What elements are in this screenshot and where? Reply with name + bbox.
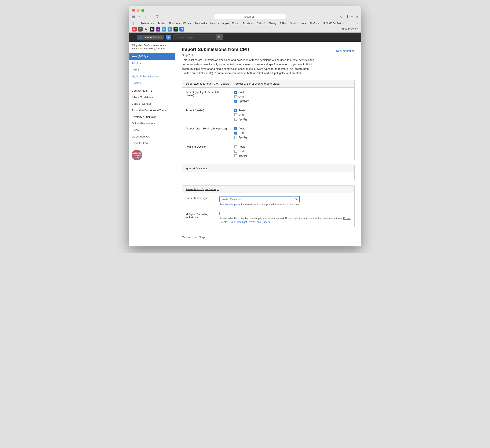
sidebar-item-conduct[interactable]: Code of Conduct [129, 101, 175, 107]
checkbox-item: Spotlight [234, 99, 249, 103]
decision-name-oral: Accept (oral - 10min talk + poster) [185, 127, 228, 130]
toolbar-icloud[interactable]: iCloud [232, 22, 239, 25]
sidebar-item-contact[interactable]: Contact NeurIPS [129, 87, 175, 94]
toolbar-gmail[interactable]: Gmail [290, 22, 297, 25]
sidebar-item-press[interactable]: Press [129, 127, 175, 133]
spotlight-checkbox-awaiting[interactable] [234, 154, 237, 157]
sidebar-year-button[interactable]: Year (2022) ▾ [129, 53, 175, 60]
search-input[interactable] [174, 34, 216, 40]
refresh-icon[interactable]: ↻ [340, 15, 342, 18]
favicon-notion1[interactable]: N [144, 27, 149, 32]
tabs-icon[interactable]: ⧉ [356, 15, 358, 19]
oral-checkbox-spotlight[interactable] [234, 95, 237, 98]
sidebar-item-my-stuff[interactable]: My Stuff/Registrations [129, 73, 175, 80]
presentation-style-body: Presentation Style: Poster Sessions Pape… [182, 193, 354, 227]
toolbar-espn[interactable]: ESPN [280, 22, 287, 25]
favicon-blue2[interactable]: ➤ [167, 27, 172, 32]
favicon-blue-arrow[interactable]: ➤ [162, 27, 166, 32]
chevron-down-icon: ▾ [305, 23, 306, 25]
sidebar-item-proceedings[interactable]: Online Proceedings [129, 120, 175, 127]
home-icon[interactable]: ⌂ [132, 35, 134, 39]
sidebar-item-exhibitor[interactable]: Exhibitor Info [129, 140, 175, 146]
select-events-section: Select Events for each CMT Decision — Se… [182, 80, 355, 160]
sidebar-item-video[interactable]: Video Archives [129, 133, 175, 140]
sidebar-item-admin[interactable]: Admin ▾ [129, 60, 175, 67]
toolbar-news[interactable]: News ▾ [210, 22, 219, 25]
favicon-purple[interactable]: ● [156, 27, 160, 32]
decision-name-poster: Accept (poster) [185, 109, 228, 112]
spotlight-label: Spotlight [238, 154, 249, 157]
favicon-notion2[interactable]: N [150, 27, 154, 32]
sidebar-item-diversity[interactable]: Diversity & Inclusion [129, 114, 175, 120]
sidebar: Thirty-sixth Conference on Neural Inform… [129, 42, 175, 246]
chevron-down-icon: ▾ [190, 23, 191, 25]
toolbar-finance[interactable]: Finance ▾ [169, 22, 180, 25]
decision-row-awaiting: Awaiting Decision Poster Oral [182, 142, 354, 160]
poster-checkbox-poster[interactable] [234, 109, 237, 112]
decision-row-poster: Accept (poster) Poster Oral [182, 106, 354, 124]
toolbar-work[interactable]: Work ▾ [183, 22, 191, 25]
sidebar-toggle-icon[interactable]: ⊞ [132, 15, 135, 19]
sidebar-item-profile[interactable]: Profile ▾ [129, 80, 175, 86]
toolbar-apple[interactable]: Apple [222, 22, 229, 25]
toolbar-firefox[interactable]: Firefox ▾ [309, 22, 319, 25]
toolbar-reference[interactable]: Reference ▾ [140, 22, 154, 25]
toolbar-facebook[interactable]: Facebook [243, 22, 254, 25]
spotlight-label: Spotlight [238, 118, 249, 121]
main-content: Import Submissions from CMT Documentatio… [175, 42, 361, 246]
wiki-link[interactable]: this wiki page [225, 203, 240, 206]
address-bar[interactable]: localhost [214, 14, 286, 19]
oral-checkbox-awaiting[interactable] [234, 150, 237, 153]
user-name: Brian Nettleton » [143, 36, 162, 39]
sidebar-item-journal[interactable]: Journal to Conference Track [129, 107, 175, 114]
back-button[interactable]: ‹ [143, 14, 147, 19]
minimize-button[interactable] [137, 9, 140, 12]
spotlight-checkbox-poster[interactable] [234, 118, 237, 121]
favicon-clock[interactable]: ⏱ [179, 27, 184, 32]
maximize-button[interactable] [141, 9, 144, 12]
chevron-down-icon: ▾ [139, 16, 140, 18]
cancel-button[interactable]: Cancel [182, 235, 190, 240]
new-tab-icon[interactable]: + [351, 15, 353, 19]
oral-checkbox-poster[interactable] [234, 113, 237, 116]
close-button[interactable] [132, 9, 135, 12]
toolbar-personal[interactable]: Personal ▾ [195, 22, 207, 25]
toolbar-ia-lmco[interactable]: IA / LMCO / FAA ▾ [323, 22, 344, 25]
oral-checkbox-oral[interactable] [234, 132, 237, 135]
forward-button[interactable]: › [148, 14, 152, 19]
documentation-link[interactable]: Documentation [336, 49, 355, 52]
decision-name-awaiting: Awaiting Decision [185, 145, 228, 148]
more-toolbar-icon[interactable]: » [357, 22, 358, 25]
toolbar-lax[interactable]: Lax ▾ [300, 22, 306, 25]
checkbox-item: Spotlight [234, 136, 249, 139]
toolbar-yahoo[interactable]: Yahoo! [257, 22, 265, 25]
oral-label: Oral [238, 95, 244, 98]
dropdown-btn[interactable]: ▾ [166, 35, 171, 40]
presentation-style-title: Presentation Style Settings [185, 188, 219, 191]
search-button[interactable]: 🔍 [216, 34, 223, 40]
spotlight-checkbox-spotlight[interactable] [234, 100, 237, 103]
sidebar-item-help[interactable]: Help ▾ [129, 67, 175, 73]
oral-events-link[interactable]: Oral or Spotlight Events [228, 221, 255, 224]
next-step-button[interactable]: Next Step [192, 235, 205, 240]
papers-link[interactable]: and Papers [257, 221, 270, 224]
user-menu[interactable]: 👤 Brian Nettleton » [137, 35, 164, 40]
spotlight-checkbox-oral[interactable] [234, 136, 237, 139]
poster-checkbox-awaiting[interactable] [234, 145, 237, 148]
sidebar-item-ethics[interactable]: Ethics Guidelines [129, 94, 175, 101]
favicon-terminal[interactable]: ⬡ [174, 27, 178, 32]
toolbar-twitter[interactable]: Twitter [158, 22, 165, 25]
checkbox-item: Spotlight [234, 118, 249, 121]
poster-checkbox-oral[interactable] [234, 127, 237, 130]
poster-label: Poster [238, 127, 246, 130]
favicon-c[interactable]: C [138, 27, 143, 32]
recording-checkbox[interactable] [219, 212, 222, 215]
share-icon[interactable]: ⬆ [346, 15, 349, 19]
favicon-gmail[interactable]: M [132, 27, 137, 32]
decision-name-spotlight: Accept (spotlight - 5min talk + poster) [185, 91, 228, 97]
step-indicator: Step 2 of 5 [182, 53, 355, 57]
grid-icon[interactable]: ⋮⋮ [132, 22, 137, 25]
toolbar-disney[interactable]: Disney [269, 22, 276, 25]
poster-checkbox-spotlight[interactable] [234, 91, 237, 94]
presentation-style-select[interactable]: Poster Sessions Paper Sessions Mixed [219, 196, 300, 202]
